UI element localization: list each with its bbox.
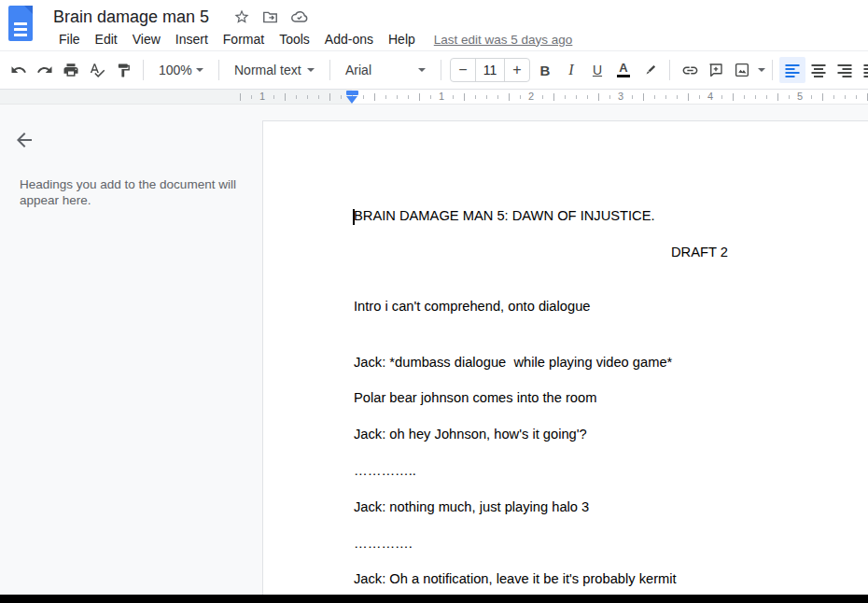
- font-size-control: − 11 +: [450, 58, 530, 82]
- menu-file[interactable]: File: [53, 30, 86, 49]
- docs-logo-line: [14, 28, 27, 31]
- document-title[interactable]: Brain damage man 5: [53, 7, 209, 27]
- menu-tools[interactable]: Tools: [273, 30, 315, 49]
- insert-image-control[interactable]: [729, 57, 765, 83]
- text-color-swatch: [617, 75, 630, 78]
- ruler-label: 1: [255, 91, 270, 102]
- insert-link-button[interactable]: [677, 57, 703, 83]
- google-docs-window: Brain damage man 5 File Edit View Insert…: [0, 0, 868, 603]
- align-left-button[interactable]: [779, 57, 805, 83]
- document-page[interactable]: BRAIN DAMAGE MAN 5: DAWN OF INJUSTICE. D…: [262, 120, 868, 603]
- document-canvas: Headings you add to the document will ap…: [0, 105, 868, 603]
- paragraph-title[interactable]: BRAIN DAMAGE MAN 5: DAWN OF INJUSTICE.: [354, 208, 848, 224]
- first-line-indent-marker[interactable]: [346, 91, 358, 95]
- toolbar-divider: [329, 60, 330, 80]
- menu-addons[interactable]: Add-ons: [319, 30, 379, 49]
- star-icon[interactable]: [233, 8, 250, 25]
- font-family-select[interactable]: Arial: [337, 57, 434, 83]
- docs-logo-icon[interactable]: [8, 6, 33, 41]
- align-right-button[interactable]: [832, 57, 858, 83]
- highlight-color-button[interactable]: [637, 57, 663, 83]
- paragraph[interactable]: Intro i can't comprehend, onto dialogue: [354, 299, 848, 315]
- ruler-label: 2: [524, 91, 539, 102]
- paragraph[interactable]: Jack: oh hey Johnson, how's it going'?: [354, 427, 848, 442]
- justify-button[interactable]: [858, 57, 868, 83]
- outline-panel: Headings you add to the document will ap…: [0, 105, 261, 603]
- bold-button[interactable]: B: [532, 57, 558, 83]
- docs-logo-fold: [24, 6, 33, 14]
- menu-view[interactable]: View: [127, 30, 166, 49]
- docs-logo-line: [14, 34, 27, 36]
- underline-button[interactable]: U: [584, 57, 610, 83]
- menu-insert[interactable]: Insert: [170, 30, 214, 49]
- left-indent-marker[interactable]: [346, 96, 357, 104]
- menubar: File Edit View Insert Format Tools Add-o…: [53, 29, 572, 49]
- paragraph-draft[interactable]: DRAFT 2: [671, 245, 868, 260]
- docs-logo-line: [14, 22, 27, 25]
- ruler[interactable]: 1 1 2 3 4 5: [0, 90, 868, 105]
- chevron-down-icon: [307, 68, 315, 72]
- outline-placeholder-text: Headings you add to the document will ap…: [20, 176, 255, 208]
- italic-button[interactable]: I: [558, 57, 584, 83]
- zoom-select[interactable]: 100%: [150, 57, 212, 83]
- chevron-down-icon[interactable]: [758, 68, 765, 72]
- ruler-ticks-major: [240, 93, 868, 101]
- ruler-label: 4: [703, 91, 718, 102]
- cloud-saved-icon[interactable]: [290, 7, 309, 26]
- insert-image-button[interactable]: [729, 57, 755, 83]
- header: Brain damage man 5 File Edit View Insert…: [0, 0, 868, 51]
- menu-format[interactable]: Format: [217, 30, 270, 49]
- paragraph[interactable]: Jack: *dumbass dialogue while playing vi…: [354, 355, 848, 371]
- align-center-button[interactable]: [805, 57, 832, 83]
- toolbar-divider: [441, 60, 441, 80]
- spelling-check-button[interactable]: [84, 57, 110, 83]
- last-edit-status[interactable]: Last edit was 5 days ago: [434, 33, 573, 47]
- taskbar-edge: [0, 595, 868, 603]
- paint-format-button[interactable]: [110, 57, 136, 83]
- move-to-folder-icon[interactable]: [261, 8, 279, 26]
- toolbar-divider: [669, 60, 670, 80]
- chevron-down-icon: [418, 68, 426, 72]
- toolbar: 100% Normal text Arial − 11 + B I U A: [0, 51, 868, 90]
- paragraph-style-select[interactable]: Normal text: [226, 57, 323, 83]
- toolbar-divider: [218, 60, 219, 80]
- menu-help[interactable]: Help: [383, 30, 421, 49]
- paragraph[interactable]: Polar bear johnson comes into the room: [354, 390, 848, 406]
- paragraph[interactable]: ………….: [354, 536, 848, 552]
- print-button[interactable]: [58, 57, 84, 83]
- close-outline-back-icon[interactable]: [13, 129, 37, 153]
- add-comment-button[interactable]: [703, 57, 729, 83]
- chevron-down-icon: [196, 68, 203, 72]
- increase-font-size-button[interactable]: +: [505, 58, 529, 82]
- toolbar-divider: [143, 60, 144, 80]
- toolbar-divider: [772, 60, 773, 80]
- redo-button[interactable]: [32, 57, 58, 83]
- ruler-label: 1: [434, 91, 449, 102]
- paragraph[interactable]: …………..: [354, 463, 848, 479]
- decrease-font-size-button[interactable]: −: [451, 58, 475, 82]
- undo-button[interactable]: [6, 57, 32, 83]
- paragraph[interactable]: Jack: Oh a notification, leave it be it'…: [354, 571, 848, 587]
- menu-edit[interactable]: Edit: [90, 30, 123, 49]
- ruler-label: 3: [613, 91, 628, 102]
- font-size-input[interactable]: 11: [475, 58, 505, 82]
- paragraph[interactable]: Jack: nothing much, just playing halo 3: [354, 499, 848, 515]
- text-color-button[interactable]: A: [610, 57, 637, 83]
- ruler-label: 5: [792, 91, 807, 102]
